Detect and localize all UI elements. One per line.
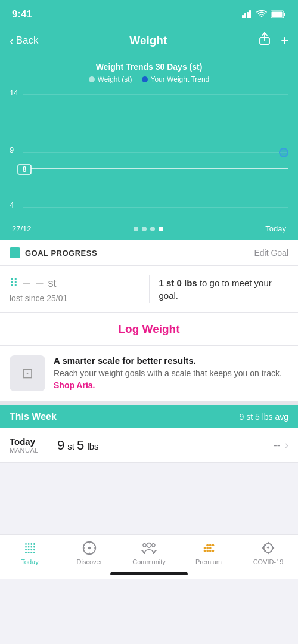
svg-point-33: [88, 547, 91, 550]
empty-space: [0, 463, 298, 534]
signal-icon: [242, 10, 253, 18]
goal-left: ⠿ – – st lost since 25/01: [10, 275, 150, 303]
goal-right-text: 1 st 0 lbs to go to meet your goal.: [159, 277, 289, 302]
chart-section: Weight Trends 30 Days (st) Weight (st) Y…: [0, 57, 298, 240]
aria-shop-link[interactable]: Shop Aria.: [54, 380, 95, 390]
tab-discover[interactable]: Discover: [60, 540, 119, 565]
this-week-avg: 9 st 5 lbs avg: [240, 412, 289, 422]
aria-ad-section: ⊡ A smarter scale for better results. Re…: [0, 346, 298, 405]
svg-point-19: [33, 543, 35, 545]
tab-premium[interactable]: Premium: [179, 540, 238, 565]
goal-amount: 1 st 0 lbs: [159, 278, 197, 288]
goal-right: 1 st 0 lbs to go to meet your goal.: [150, 275, 289, 303]
back-label: Back: [16, 35, 39, 47]
chart-dot-3: [150, 227, 155, 231]
legend-weight: Weight (st): [89, 75, 132, 83]
today-weight-value: 9 st 5 lbs: [45, 438, 274, 453]
chart-end-date[interactable]: Today: [265, 224, 286, 233]
aria-title: A smarter scale for better results.: [54, 355, 288, 366]
y-label-14: 14: [10, 88, 18, 97]
nav-actions: +: [258, 32, 288, 49]
chart-container: 14 9 4 8: [10, 88, 288, 219]
svg-point-47: [209, 550, 212, 552]
svg-rect-1: [244, 13, 246, 18]
svg-point-13: [280, 148, 288, 157]
status-time: 9:41: [12, 8, 32, 20]
back-arrow-icon: ‹: [10, 34, 14, 48]
svg-point-17: [28, 543, 30, 545]
legend-trend: Your Weight Trend: [142, 75, 210, 83]
today-weight-st-unit: st: [67, 441, 77, 451]
today-icon: [22, 540, 38, 556]
y-label-4: 4: [10, 200, 14, 209]
svg-rect-5: [272, 12, 283, 17]
svg-rect-6: [284, 13, 286, 16]
today-chevron-icon: ›: [285, 439, 288, 451]
home-bar: [110, 572, 188, 575]
chart-legend: Weight (st) Your Weight Trend: [10, 75, 288, 83]
tab-covid[interactable]: + COVID-19: [238, 540, 298, 565]
chart-svg: 14 9 4 8: [10, 88, 288, 219]
svg-point-48: [212, 550, 215, 552]
svg-point-18: [30, 543, 32, 545]
battery-icon: [271, 10, 286, 18]
tab-today[interactable]: Today: [0, 540, 60, 565]
aria-description: Reach your weight goals with a scale tha…: [54, 368, 288, 391]
edit-goal-button[interactable]: Edit Goal: [254, 248, 288, 258]
add-button[interactable]: +: [281, 33, 288, 48]
chart-dot-1: [134, 227, 138, 231]
share-icon: [258, 32, 271, 45]
svg-rect-0: [242, 15, 244, 18]
svg-point-45: [204, 550, 206, 552]
svg-point-46: [206, 550, 209, 552]
community-icon: [141, 540, 157, 556]
scale-icon: ⊡: [21, 365, 33, 382]
goal-icon: [10, 247, 20, 258]
premium-icon: [201, 540, 216, 556]
fitbit-logo-dots: ⠿: [10, 276, 19, 290]
goal-header: GOAL PROGRESS Edit Goal: [0, 240, 298, 266]
goal-unit: st: [48, 277, 57, 290]
svg-point-25: [28, 549, 30, 551]
svg-text:+: +: [267, 545, 270, 551]
svg-point-39: [152, 544, 155, 547]
svg-line-59: [271, 551, 272, 552]
today-weight-lbs: 5: [77, 438, 84, 453]
goal-dots-row: ⠿ – – st: [10, 275, 57, 291]
today-row[interactable]: Today MANUAL 9 st 5 lbs -- ›: [0, 428, 298, 463]
legend-trend-label: Your Weight Trend: [151, 75, 210, 83]
status-icons: [242, 10, 286, 18]
svg-point-29: [28, 552, 30, 553]
premium-tab-label: Premium: [195, 558, 222, 565]
svg-point-42: [206, 544, 209, 547]
back-button[interactable]: ‹ Back: [10, 34, 38, 48]
svg-point-44: [212, 544, 215, 547]
log-weight-section: Log Weight: [0, 313, 298, 346]
covid-icon: +: [260, 540, 276, 556]
svg-point-41: [204, 547, 206, 549]
svg-rect-2: [247, 12, 249, 18]
svg-point-30: [30, 552, 32, 553]
svg-point-23: [33, 546, 35, 548]
svg-point-20: [25, 546, 27, 548]
chart-start-date: 27/12: [12, 224, 32, 233]
svg-point-27: [33, 549, 35, 551]
legend-dot-trend: [142, 76, 148, 82]
legend-weight-label: Weight (st): [98, 75, 132, 83]
today-manual-badge: MANUAL: [10, 447, 45, 454]
legend-dot-weight: [89, 76, 95, 82]
covid-tab-icon: +: [260, 540, 277, 556]
today-dashes: --: [274, 440, 280, 451]
goal-dashes: – –: [23, 275, 45, 291]
today-tab-label: Today: [21, 558, 38, 565]
this-week-header: This Week 9 st 5 lbs avg: [0, 405, 298, 428]
share-button[interactable]: [258, 32, 271, 49]
tab-community[interactable]: Community: [119, 540, 179, 565]
status-bar: 9:41: [0, 0, 298, 26]
svg-point-22: [30, 546, 32, 548]
svg-rect-3: [249, 10, 251, 18]
chart-dot-2: [142, 227, 147, 231]
log-weight-button[interactable]: Log Weight: [118, 323, 179, 336]
svg-point-40: [143, 544, 146, 547]
goal-content: ⠿ – – st lost since 25/01 1 st 0 lbs to …: [0, 266, 298, 312]
